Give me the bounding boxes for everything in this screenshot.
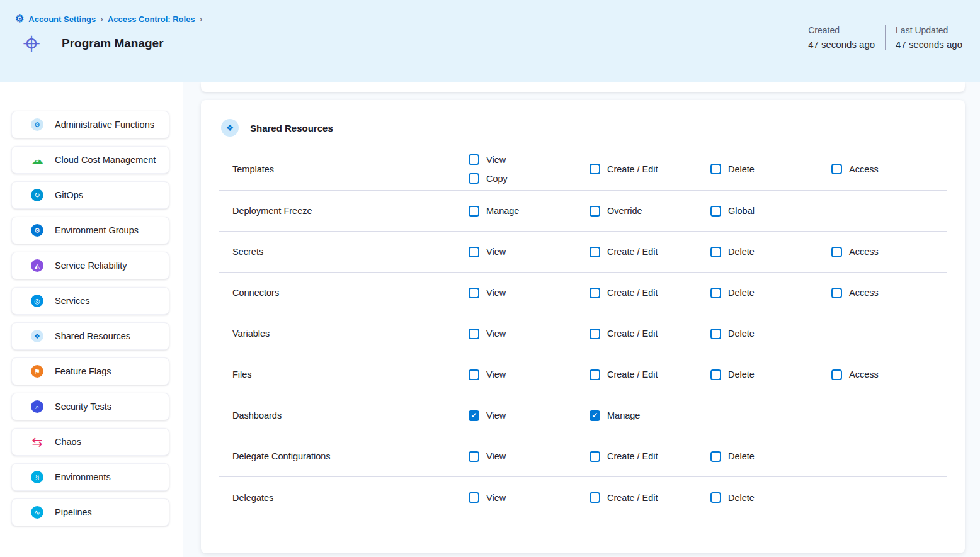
sidebar-item-security-tests[interactable]: ⌕Security Tests <box>11 393 169 420</box>
checkbox-icon[interactable] <box>710 369 721 380</box>
checkbox-icon[interactable] <box>469 206 479 217</box>
sidebar-item-gitops[interactable]: ↻GitOps <box>11 181 169 209</box>
permission-cell: Manage <box>590 410 710 421</box>
permission-view[interactable]: View <box>469 288 590 298</box>
services-icon: ◎ <box>31 295 43 307</box>
checkbox-icon[interactable] <box>710 247 721 257</box>
breadcrumb-account-settings[interactable]: Account Settings <box>28 14 96 24</box>
checkbox-icon[interactable] <box>590 164 600 174</box>
permission-create-edit[interactable]: Create / Edit <box>590 288 710 298</box>
checkbox-icon[interactable] <box>590 369 600 380</box>
checkbox-icon[interactable] <box>710 288 721 298</box>
sidebar-item-environments[interactable]: §Environments <box>11 463 169 491</box>
sidebar-item-services[interactable]: ◎Services <box>11 287 169 315</box>
checkbox-icon[interactable] <box>469 369 479 380</box>
checkbox-icon[interactable] <box>590 247 600 257</box>
permission-create-edit[interactable]: Create / Edit <box>590 451 710 462</box>
permission-access[interactable]: Access <box>831 247 947 257</box>
checkbox-icon[interactable] <box>831 247 842 257</box>
sidebar-item-pipelines[interactable]: ∿Pipelines <box>11 498 169 526</box>
previous-section-card-edge <box>201 82 965 92</box>
permission-create-edit[interactable]: Create / Edit <box>590 369 710 380</box>
permission-view[interactable]: View <box>469 154 590 165</box>
checkbox-icon[interactable] <box>469 173 479 184</box>
permission-create-edit[interactable]: Create / Edit <box>590 329 710 339</box>
sidebar-item-label: Feature Flags <box>55 366 111 376</box>
main-content: ❖ Shared Resources TemplatesViewCopyCrea… <box>183 82 980 557</box>
permission-manage[interactable]: Manage <box>469 206 590 217</box>
permission-view[interactable]: View <box>469 247 590 257</box>
permission-view[interactable]: View <box>469 410 590 421</box>
checkbox-icon[interactable] <box>831 288 842 298</box>
permission-create-edit[interactable]: Create / Edit <box>590 492 710 503</box>
permission-label: Create / Edit <box>607 164 658 174</box>
permission-delete[interactable]: Delete <box>710 369 831 380</box>
checkbox-icon[interactable] <box>710 164 721 174</box>
checkbox-icon[interactable] <box>831 164 842 174</box>
sidebar-item-administrative-functions[interactable]: ⚙Administrative Functions <box>11 111 169 138</box>
checkbox-icon[interactable] <box>469 247 479 257</box>
gear-icon: ⚙ <box>15 14 24 24</box>
sidebar-item-feature-flags[interactable]: ⚑Feature Flags <box>11 357 169 385</box>
permission-manage[interactable]: Manage <box>590 410 710 421</box>
checkbox-icon[interactable] <box>469 154 479 165</box>
permission-cell: View <box>469 451 590 462</box>
permission-create-edit[interactable]: Create / Edit <box>590 247 710 257</box>
permission-global[interactable]: Global <box>710 206 831 217</box>
chevron-right-icon: › <box>200 14 203 24</box>
checkbox-checked-icon[interactable] <box>590 410 600 421</box>
permission-create-edit[interactable]: Create / Edit <box>590 164 710 174</box>
checkbox-icon[interactable] <box>710 329 721 339</box>
breadcrumb-access-control-roles[interactable]: Access Control: Roles <box>108 14 195 24</box>
permission-row-templates: TemplatesViewCopyCreate / EditDeleteAcce… <box>219 148 947 191</box>
permission-cell: View <box>469 288 590 298</box>
row-label: Variables <box>232 329 469 339</box>
sidebar-item-shared-resources[interactable]: ❖Shared Resources <box>11 322 169 350</box>
permission-label: Delete <box>728 247 755 257</box>
permission-cell: Delete <box>710 288 831 298</box>
checkbox-icon[interactable] <box>710 492 721 503</box>
permission-delete[interactable]: Delete <box>710 164 831 174</box>
permission-override[interactable]: Override <box>590 206 710 217</box>
sidebar-item-environment-groups[interactable]: ⚙Environment Groups <box>11 217 169 244</box>
sidebar-item-chaos[interactable]: ⇆Chaos <box>11 428 169 456</box>
sidebar-item-label: Chaos <box>55 437 81 447</box>
permission-access[interactable]: Access <box>831 164 947 174</box>
permission-view[interactable]: View <box>469 492 590 503</box>
checkbox-icon[interactable] <box>710 451 721 462</box>
permission-label: Access <box>849 288 879 298</box>
permission-copy[interactable]: Copy <box>469 173 590 184</box>
permission-access[interactable]: Access <box>831 288 947 298</box>
permission-cell: Create / Edit <box>590 451 710 462</box>
created-value: 47 seconds ago <box>808 39 875 50</box>
checkbox-icon[interactable] <box>469 329 479 339</box>
permission-cell: Override <box>590 206 710 217</box>
pipelines-icon: ∿ <box>31 506 43 519</box>
sidebar-item-label: Environments <box>55 472 111 482</box>
checkbox-icon[interactable] <box>590 492 600 503</box>
checkbox-icon[interactable] <box>590 288 600 298</box>
permission-view[interactable]: View <box>469 451 590 462</box>
checkbox-icon[interactable] <box>710 206 721 217</box>
checkbox-icon[interactable] <box>590 329 600 339</box>
sidebar-item-label: Security Tests <box>55 402 111 412</box>
permission-view[interactable]: View <box>469 369 590 380</box>
permission-delete[interactable]: Delete <box>710 247 831 257</box>
checkbox-icon[interactable] <box>469 492 479 503</box>
permission-access[interactable]: Access <box>831 369 947 380</box>
permission-delete[interactable]: Delete <box>710 288 831 298</box>
checkbox-icon[interactable] <box>831 369 842 380</box>
permission-view[interactable]: View <box>469 329 590 339</box>
permission-delete[interactable]: Delete <box>710 329 831 339</box>
sidebar-item-cloud-cost-management[interactable]: ☁$Cloud Cost Management <box>11 146 169 174</box>
checkbox-icon[interactable] <box>469 451 479 462</box>
sidebar-item-service-reliability[interactable]: ◭Service Reliability <box>11 252 169 279</box>
permission-delete[interactable]: Delete <box>710 451 831 462</box>
sidebar-item-label: Services <box>55 296 90 306</box>
permission-delete[interactable]: Delete <box>710 492 831 503</box>
checkbox-icon[interactable] <box>469 288 479 298</box>
checkbox-checked-icon[interactable] <box>469 410 479 421</box>
permission-cell: ViewCopy <box>469 154 590 184</box>
checkbox-icon[interactable] <box>590 206 600 217</box>
checkbox-icon[interactable] <box>590 451 600 462</box>
